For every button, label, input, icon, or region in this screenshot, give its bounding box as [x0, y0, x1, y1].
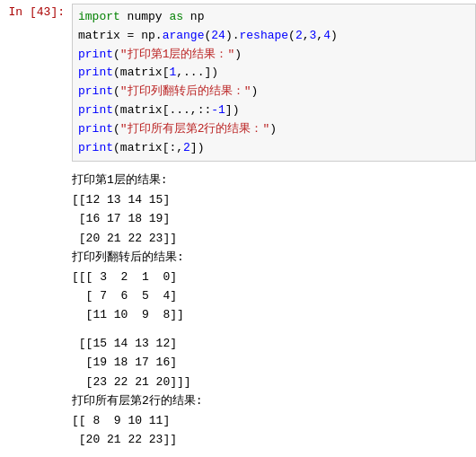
- code-token: "打印第1层的结果：": [120, 48, 234, 61]
- code-token: 4: [323, 29, 331, 42]
- code-token: print: [78, 141, 113, 154]
- code-token: 24: [211, 29, 225, 42]
- notebook-cell: In [43]: import numpy as npmatrix = np.a…: [0, 0, 476, 450]
- code-token: matrix: [120, 66, 163, 79]
- code-token: (: [113, 84, 120, 98]
- code-token: print: [78, 66, 113, 79]
- output-line: 打印列翻转后的结果:: [72, 248, 476, 267]
- code-token: ): [251, 84, 258, 98]
- code-token: print: [78, 103, 113, 117]
- code-token: (: [113, 122, 120, 136]
- output-line: [[ 8 9 10 11]: [72, 411, 476, 430]
- output-line: [[15 14 13 12]: [72, 334, 476, 353]
- code-line: print(matrix[:,2]): [78, 139, 470, 158]
- code-token: ): [233, 103, 240, 117]
- code-token: (: [113, 66, 120, 79]
- output-line: [[[ 3 2 1 0]: [72, 268, 476, 286]
- in-label: In: [9, 5, 23, 19]
- code-token: "打印列翻转后的结果：": [120, 84, 251, 98]
- code-token: print: [78, 48, 113, 61]
- code-token: -1: [211, 103, 225, 117]
- cell-label: In [43]:: [0, 4, 72, 162]
- code-token: as: [169, 10, 183, 23]
- code-token: ): [211, 66, 218, 79]
- code-token: matrix: [78, 29, 128, 42]
- code-token: ).: [225, 29, 240, 42]
- code-token: reshape: [239, 29, 288, 42]
- output-line: [23 22 21 20]]]: [72, 373, 476, 391]
- code-line: print("打印第1层的结果："): [78, 46, 470, 65]
- output-line: [20 21 22 23]]: [72, 430, 476, 449]
- code-token: import: [78, 10, 120, 23]
- code-token: ]: [190, 141, 198, 154]
- output-line: [20 21 22 23]]: [72, 229, 476, 248]
- code-line: print("打印列翻转后的结果："): [78, 83, 470, 101]
- code-token: ,: [316, 29, 323, 42]
- code-token: (: [113, 103, 120, 117]
- code-token: print: [78, 122, 113, 136]
- code-token: ]: [225, 103, 233, 117]
- code-token: np: [183, 10, 204, 23]
- output-line: 打印所有层第2行的结果:: [72, 391, 476, 410]
- code-token: ): [234, 48, 242, 61]
- code-token: matrix: [120, 103, 163, 117]
- cell-row: In [43]: import numpy as npmatrix = np.a…: [0, 0, 476, 165]
- output-line: [19 18 17 16]: [72, 353, 476, 372]
- blank-line: [72, 325, 476, 334]
- cell-bracket: [43]:: [30, 5, 65, 19]
- code-token: ,...: [176, 66, 204, 79]
- code-token: 2: [183, 141, 190, 154]
- code-token: [:,: [163, 141, 183, 154]
- code-line: print(matrix[1,...]): [78, 64, 470, 83]
- code-line: import numpy as np: [78, 8, 470, 27]
- output-line: [16 17 18 19]: [72, 209, 476, 228]
- code-token: "打印所有层第2行的结果：": [120, 122, 269, 136]
- code-token: ): [269, 122, 277, 136]
- output-line: 打印第1层的结果:: [72, 171, 476, 189]
- code-token: [...,::: [163, 103, 212, 117]
- code-token: (: [113, 48, 120, 61]
- output-line: [ 7 6 5 4]: [72, 286, 476, 305]
- output-line: [11 10 9 8]]: [72, 305, 476, 324]
- code-token: ): [331, 29, 338, 42]
- code-token: arange: [163, 29, 205, 42]
- code-token: np: [134, 29, 154, 42]
- code-line: print(matrix[...,::-1]): [78, 101, 470, 120]
- code-cell[interactable]: import numpy as npmatrix = np.arange(24)…: [72, 4, 476, 162]
- code-token: ,: [303, 29, 310, 42]
- code-line: matrix = np.arange(24).reshape(2,3,4): [78, 27, 470, 46]
- code-token: (: [113, 141, 120, 154]
- code-token: (: [288, 29, 295, 42]
- output-line: [[12 13 14 15]: [72, 190, 476, 209]
- code-token: numpy: [120, 10, 170, 23]
- output-area: 打印第1层的结果:[[12 13 14 15] [16 17 18 19] [2…: [0, 165, 476, 449]
- code-token: matrix: [120, 141, 163, 154]
- code-token: print: [78, 84, 113, 98]
- code-line: print("打印所有层第2行的结果："): [78, 120, 470, 139]
- code-token: ): [198, 141, 205, 154]
- code-token: .: [155, 29, 163, 42]
- code-token: 2: [295, 29, 303, 42]
